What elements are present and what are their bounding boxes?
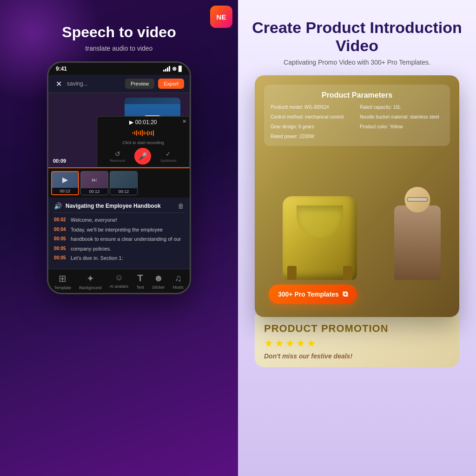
sticker-icon: ☻ <box>153 273 163 284</box>
param-item <box>360 133 443 139</box>
timeline-strip: ▶ 00:12 ⏭ 00:12 00:12 <box>48 167 190 198</box>
mixer-body <box>283 196 357 280</box>
time-counter: ▶ 00:01:20 <box>129 119 157 126</box>
wifi-icon: ⊛ <box>172 66 177 72</box>
param-item: Product color: Yellow <box>360 124 443 130</box>
right-subtitle: Captivating Promo Video with 300+ Pro Te… <box>270 59 444 66</box>
timeline-time-0: 00:12 <box>52 188 78 194</box>
script-line: 00:05 handbook to ensure a clear underst… <box>54 236 184 243</box>
templates-button-label: 300+ Pro Templates <box>278 291 339 298</box>
person-figure <box>390 187 445 280</box>
mixer-bowl <box>297 205 343 238</box>
param-item: Rated capacity: 10L <box>360 104 443 110</box>
param-item: Productt model: WS-300624 <box>271 104 354 110</box>
rerecord-button[interactable]: ↺ Rerecord <box>110 150 125 163</box>
nav-text[interactable]: T Text <box>136 273 144 290</box>
nav-sticker[interactable]: ☻ Sticker <box>152 273 165 290</box>
template-icon: ⊞ <box>59 273 66 284</box>
mic-button[interactable]: 🎤 <box>134 148 151 165</box>
mixer-base-left <box>287 266 297 280</box>
saving-text: saving... <box>67 80 121 87</box>
recording-close-icon[interactable]: ✕ <box>182 119 186 125</box>
script-line: 00:02 Welcome, everyone! <box>54 217 184 224</box>
nav-background[interactable]: ✦ Background <box>79 273 101 290</box>
music-icon: ♫ <box>175 273 182 284</box>
status-icons: ⊛ ▊ <box>163 66 182 72</box>
promo-title: PRODUCT PROMOTION <box>264 323 450 335</box>
star-5: ★ <box>307 337 316 350</box>
right-panel: Create Product Introduction Video Captiv… <box>238 0 476 476</box>
right-title: Create Product Introduction Video <box>238 19 476 55</box>
video-time: 00:09 <box>53 158 66 164</box>
star-2: ★ <box>275 337 284 350</box>
delete-icon[interactable]: 🗑 <box>178 202 184 210</box>
nav-template[interactable]: ⊞ Template <box>54 273 72 290</box>
param-item: Noodle bucket material: stainless steel <box>360 114 443 120</box>
param-item: Rated power: 2200W <box>271 133 354 139</box>
timeline-time-1: 00:12 <box>81 188 108 195</box>
params-title: Product Parameters <box>271 91 443 99</box>
params-grid: Productt model: WS-300624 Rated capacity… <box>271 104 443 139</box>
param-item: Gear design: 6 gears <box>271 124 354 130</box>
star-4: ★ <box>296 337 305 350</box>
phone-mockup: 9:41 ⊛ ▊ ✕ saving... Preview Export <box>47 61 191 294</box>
audio-icon: 🔊 <box>54 202 62 210</box>
timeline-time-2: 00:12 <box>110 188 137 195</box>
signal-icon <box>163 66 170 72</box>
product-params-box: Product Parameters Productt model: WS-30… <box>264 85 450 146</box>
timeline-item[interactable]: ⏭ 00:12 <box>80 171 108 195</box>
script-header: 🔊 Navigating the Employee Handbook 🗑 <box>54 202 184 213</box>
status-bar: 9:41 ⊛ ▊ <box>48 63 190 75</box>
forward-icon: ⏭ <box>92 177 97 183</box>
product-card: Product Parameters Productt model: WS-30… <box>255 75 459 317</box>
preview-button[interactable]: Preview <box>125 79 154 89</box>
text-icon: T <box>138 273 143 284</box>
synthesis-icon: ✓ <box>165 150 171 158</box>
background-icon: ✦ <box>86 273 94 284</box>
timeline-item[interactable]: ▶ 00:12 <box>51 171 79 195</box>
script-panel: 🔊 Navigating the Employee Handbook 🗑 00:… <box>48 198 190 269</box>
templates-button[interactable]: 300+ Pro Templates ⧉ <box>269 284 357 304</box>
script-line: 00:04 Today, we'll be interpreting the e… <box>54 226 184 233</box>
rerecord-icon: ↺ <box>115 150 120 158</box>
script-title: Navigating the Employee Handbook <box>66 203 174 209</box>
recording-panel: ✕ ▶ 00:01:20 Click to start recording ↺ … <box>97 116 190 167</box>
nav-music[interactable]: ♫ Music <box>173 273 184 290</box>
copy-icon: ⧉ <box>343 290 348 298</box>
recording-controls: ↺ Rerecord 🎤 ✓ Synthesis <box>110 148 177 165</box>
star-1: ★ <box>264 337 273 350</box>
waveform <box>132 128 154 138</box>
script-line: 00:05 company policies. <box>54 245 184 252</box>
status-time: 9:41 <box>56 66 67 72</box>
product-promo: PRODUCT PROMOTION ★ ★ ★ ★ ★ Don't miss o… <box>255 315 459 367</box>
param-item: Control method: mechanical control <box>271 114 354 120</box>
promo-tagline: Don't miss our festive deals! <box>264 352 450 360</box>
battery-icon: ▊ <box>178 66 182 72</box>
export-button[interactable]: Export <box>158 79 184 89</box>
phone-toolbar: ✕ saving... Preview Export <box>48 75 190 93</box>
mixer-base-right <box>343 266 352 280</box>
mic-icon: 🎤 <box>138 152 147 161</box>
left-panel: NE Speech to video translate audio to vi… <box>0 0 238 476</box>
bottom-nav: ⊞ Template ✦ Background ☺ AI avatars T T… <box>48 269 190 293</box>
left-title: Speech to video <box>48 23 190 41</box>
star-3: ★ <box>285 337 295 350</box>
avatar-icon: ☺ <box>115 273 123 283</box>
video-preview: Navigating the Employee Handbook ✕ ▶ 00:… <box>48 93 190 167</box>
close-button[interactable]: ✕ <box>54 79 63 88</box>
timeline-item[interactable]: 00:12 <box>110 171 138 195</box>
script-line: 00:05 Let's dive in. Section 1: <box>54 255 184 262</box>
nav-ai-avatars[interactable]: ☺ AI avatars <box>110 273 129 290</box>
mixer-area <box>264 168 450 280</box>
left-subtitle: translate audio to video <box>86 45 153 52</box>
play-icon: ▶ <box>62 175 68 184</box>
stars-row: ★ ★ ★ ★ ★ <box>264 337 450 350</box>
ne-badge: NE <box>210 6 232 28</box>
click-to-record-text: Click to start recording <box>122 140 164 145</box>
synthesis-button[interactable]: ✓ Synthesis <box>160 150 177 163</box>
